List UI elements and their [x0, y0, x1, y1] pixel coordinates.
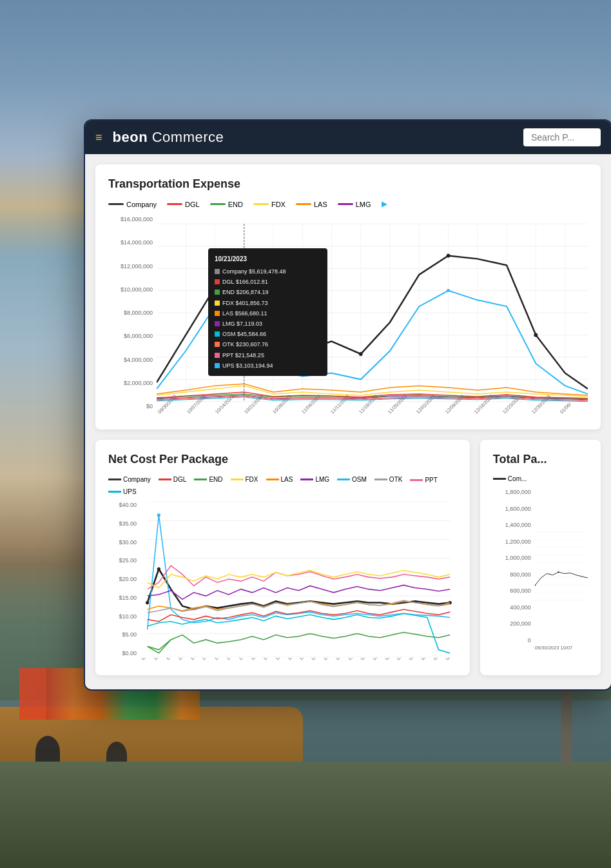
nc-y-axis: $40.00 $35.00 $30.00 $25.00 $20.00 $15.0… [108, 502, 141, 656]
svg-point-43 [157, 513, 160, 517]
tooltip-row-ups: UPS $3,103,194.94 [215, 360, 321, 371]
svg-point-28 [447, 289, 450, 292]
transportation-chart-area: $16,000,000 $14,000,000 $12,000,000 $10,… [108, 216, 588, 417]
mooring-post [561, 687, 572, 765]
svg-point-41 [157, 567, 160, 571]
chart-svg-wrapper: 10/21/2023 Company $5,619,478.48 DGL $16… [157, 216, 588, 417]
legend-fdx: FDX [253, 201, 286, 208]
tp-y-axis: 1,800,000 1,600,000 1,400,000 1,200,000 … [493, 489, 535, 644]
net-cost-svg [141, 502, 457, 656]
logo-light: Commerce [148, 129, 224, 145]
tp-x-axis: 09/30/2023 10/07 [535, 645, 588, 651]
tooltip-row-las: LAS $566,680.11 [215, 308, 321, 319]
net-cost-card: Net Cost Per Package Company DGL END FDX… [95, 440, 470, 675]
legend-end: END [210, 201, 243, 208]
tp-chart-inner: 1,800,000 1,600,000 1,400,000 1,200,000 … [493, 489, 588, 651]
chart-tooltip: 10/21/2023 Company $5,619,478.48 DGL $16… [208, 248, 327, 376]
nc-legend-osm: OSM [337, 476, 367, 483]
legend-company: Company [108, 201, 157, 208]
nc-legend-ppt: PPT [410, 477, 437, 484]
dock-ground [0, 762, 611, 868]
app-content: Transportation Expense Company DGL END [85, 154, 611, 689]
nc-legend-fdx: FDX [231, 476, 258, 483]
bottom-charts-row: Net Cost Per Package Company DGL END FDX… [95, 440, 601, 675]
tp-legend: Com... [493, 475, 588, 482]
nc-legend-otk: OTK [374, 476, 403, 483]
svg-point-40 [146, 601, 149, 604]
nc-x-axis: 09/30/2023 10/07 10/14 10/21 10/28 11/04… [141, 658, 457, 662]
x-axis-labels: 09/30/2023 10/07/2023 10/14/2023 10/21/2… [157, 411, 588, 417]
tooltip-row-fdx: FDX $401,856.73 [215, 298, 321, 308]
tooltip-row-company: Company $5,619,478.48 [215, 266, 321, 277]
transportation-legend: Company DGL END FDX LAS [108, 200, 588, 208]
hamburger-icon[interactable]: ≡ [95, 131, 102, 144]
app-window: ≡ beon Commerce Transportation Expense C… [84, 119, 611, 691]
tooltip-row-otk: OTK $230,607.76 [215, 339, 321, 350]
tooltip-row-end: END $206,874.19 [215, 287, 321, 297]
nc-legend-company: Company [108, 476, 151, 483]
search-input[interactable] [523, 128, 601, 146]
transportation-chart-title: Transportation Expense [108, 177, 588, 191]
legend-more: ▶ [382, 200, 387, 208]
net-cost-title: Net Cost Per Package [108, 453, 457, 466]
legend-las: LAS [296, 201, 327, 208]
svg-point-25 [447, 254, 451, 258]
app-header: ≡ beon Commerce [85, 121, 611, 154]
legend-dgl: DGL [167, 201, 200, 208]
nc-legend-dgl: DGL [159, 476, 187, 483]
tooltip-row-ppt: PPT $21,548.25 [215, 350, 321, 360]
y-axis: $16,000,000 $14,000,000 $12,000,000 $10,… [108, 216, 157, 409]
nc-legend-end: END [194, 476, 222, 483]
tp-svg [535, 489, 588, 644]
net-cost-legend: Company DGL END FDX LAS LMG OSM OTK PPT … [108, 475, 457, 495]
legend-lmg: LMG [338, 201, 371, 208]
nc-legend-las: LAS [266, 476, 293, 483]
tp-svg-wrapper: 09/30/2023 10/07 [535, 489, 588, 651]
total-packages-card: Total Pa... Com... 1,800,000 1,600,000 1… [480, 440, 601, 675]
tooltip-row-osm: OSM $45,584.66 [215, 329, 321, 339]
tp-legend-company: Com... [493, 475, 527, 482]
svg-point-26 [534, 333, 538, 337]
chart-with-yaxis: $16,000,000 $14,000,000 $12,000,000 $10,… [108, 216, 588, 417]
svg-point-55 [558, 571, 559, 573]
transportation-expense-card: Transportation Expense Company DGL END [95, 164, 601, 429]
svg-point-24 [359, 352, 363, 356]
net-cost-chart-inner: $40.00 $35.00 $30.00 $25.00 $20.00 $15.0… [108, 502, 457, 662]
tooltip-row-lmg: LMG $7,119.03 [215, 319, 321, 329]
nc-legend-ups: UPS [108, 488, 137, 495]
logo-bold: beon [113, 129, 148, 145]
app-logo: beon Commerce [113, 129, 224, 146]
nc-legend-lmg: LMG [300, 476, 329, 483]
nc-svg-wrapper: 09/30/2023 10/07 10/14 10/21 10/28 11/04… [141, 502, 457, 662]
tooltip-date: 10/21/2023 [215, 253, 321, 265]
total-packages-title: Total Pa... [493, 453, 588, 466]
tooltip-row-dgl: DGL $166,012.81 [215, 277, 321, 287]
